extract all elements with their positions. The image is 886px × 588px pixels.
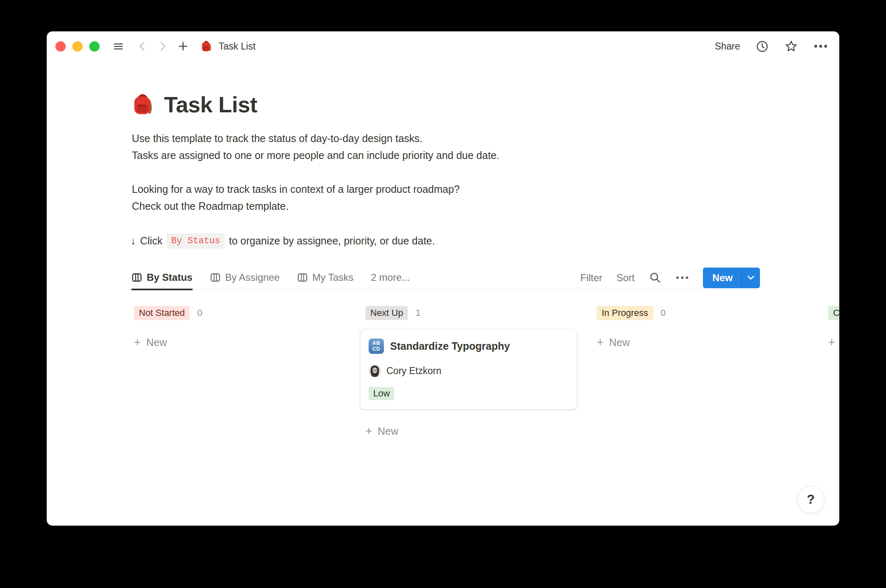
column-header: Next Up 1 — [360, 306, 577, 320]
hint-line: ↓ Click By Status to organize by assigne… — [131, 233, 839, 249]
view-options-more-icon[interactable] — [676, 276, 689, 280]
tab-by-status[interactable]: By Status — [131, 266, 193, 290]
zoom-window-button[interactable] — [89, 41, 100, 52]
tab-more-views[interactable]: 2 more... — [371, 266, 410, 290]
status-badge[interactable]: In Progress — [597, 306, 653, 320]
breadcrumb-document-title[interactable]: Task List — [219, 41, 255, 52]
hint-pre-text: Click — [140, 235, 162, 247]
tab-label: 2 more... — [371, 272, 410, 283]
help-button[interactable]: ? — [797, 486, 824, 513]
task-card[interactable]: ABCD Standardize Typography — [360, 330, 577, 409]
description-block-1: Use this template to track the status of… — [132, 130, 839, 164]
view-toolbar: Filter Sort New — [580, 268, 760, 288]
status-badge[interactable]: Next Up — [365, 306, 408, 320]
titlebar-actions: Share — [715, 40, 828, 53]
priority-badge: Low — [369, 387, 394, 400]
share-button[interactable]: Share — [715, 41, 740, 52]
traffic-lights — [55, 41, 100, 52]
abcd-letters-emoji-icon: ABCD — [369, 339, 384, 354]
plus-icon: + — [134, 337, 141, 349]
star-icon[interactable] — [784, 40, 798, 53]
notion-window: Task List Share Task List — [47, 31, 839, 526]
page-title: Task List — [164, 92, 257, 117]
column-count: 1 — [415, 308, 420, 318]
avatar — [369, 365, 381, 377]
down-arrow-icon: ↓ — [131, 235, 136, 247]
new-tab-icon[interactable] — [178, 41, 188, 52]
tab-label: By Status — [147, 272, 193, 283]
add-card-button[interactable]: + New — [592, 334, 808, 350]
assignee-name: Cory Etzkorn — [386, 365, 441, 377]
filter-button[interactable]: Filter — [580, 272, 602, 284]
plus-icon: + — [365, 425, 372, 437]
column-count: 0 — [197, 308, 202, 318]
board-column-complete-clipped: Complete + New — [823, 306, 839, 439]
new-button[interactable]: New — [703, 272, 741, 284]
sort-button[interactable]: Sort — [617, 272, 635, 284]
tab-by-assignee[interactable]: By Assignee — [210, 266, 280, 290]
add-card-button[interactable]: + New — [823, 334, 839, 350]
question-mark-label: ? — [807, 492, 815, 507]
plus-icon: + — [597, 337, 604, 349]
add-card-label: New — [609, 337, 630, 349]
card-priority-row: Low — [369, 387, 569, 400]
plus-icon: + — [828, 337, 835, 349]
page-header: Task List — [131, 92, 839, 117]
card-assignee-row: Cory Etzkorn — [369, 365, 569, 377]
column-header: In Progress 0 — [592, 306, 808, 320]
titlebar: Task List Share — [47, 31, 839, 61]
add-card-label: New — [378, 425, 398, 437]
board-column-in-progress: In Progress 0 + New — [592, 306, 808, 439]
kanban-board: Not Started 0 + New Next Up 1 ABCD Stand… — [129, 306, 839, 439]
tab-my-tasks[interactable]: My Tasks — [297, 266, 354, 290]
views-toolbar-row: By Status By Assignee My Tasks 2 more...… — [131, 266, 760, 290]
description-line: Use this template to track the status of… — [132, 130, 839, 147]
minimize-window-button[interactable] — [72, 41, 83, 52]
tab-label: My Tasks — [312, 272, 354, 283]
hint-inline-code: By Status — [167, 233, 225, 249]
clock-icon[interactable] — [756, 40, 769, 53]
back-icon[interactable] — [137, 41, 147, 52]
board-view-icon — [131, 272, 142, 283]
hint-post-text: to organize by assignee, priority, or du… — [229, 235, 435, 247]
board-view-icon — [297, 272, 308, 283]
add-card-label: New — [146, 337, 167, 349]
add-card-button[interactable]: + New — [360, 423, 577, 439]
board-column-next-up: Next Up 1 ABCD Standardize Typography — [360, 306, 577, 439]
board-view-icon — [210, 272, 221, 283]
tab-label: By Assignee — [225, 272, 280, 283]
status-badge[interactable]: Complete — [828, 306, 839, 320]
card-title-row: ABCD Standardize Typography — [369, 339, 569, 354]
new-dropdown-button[interactable] — [742, 275, 760, 280]
description-line: Check out the Roadmap template. — [132, 198, 839, 215]
hamburger-menu-icon[interactable] — [113, 41, 124, 52]
page-icon-backpack[interactable] — [131, 92, 155, 116]
column-header: Not Started 0 — [129, 306, 345, 320]
status-badge[interactable]: Not Started — [134, 306, 190, 320]
backpack-emoji-icon — [200, 40, 212, 52]
description-line: Looking for a way to track tasks in cont… — [132, 181, 839, 198]
more-icon[interactable] — [814, 44, 828, 48]
board-column-not-started: Not Started 0 + New — [129, 306, 345, 439]
description-block-2: Looking for a way to track tasks in cont… — [132, 181, 839, 215]
search-icon[interactable] — [649, 271, 662, 284]
column-header: Complete — [823, 306, 839, 320]
column-count: 0 — [661, 308, 666, 318]
card-title: Standardize Typography — [390, 340, 510, 352]
new-button-group: New — [703, 268, 760, 288]
forward-icon[interactable] — [158, 41, 168, 52]
description-line: Tasks are assigned to one or more people… — [132, 147, 839, 164]
close-window-button[interactable] — [55, 41, 66, 52]
add-card-button[interactable]: + New — [129, 334, 345, 350]
